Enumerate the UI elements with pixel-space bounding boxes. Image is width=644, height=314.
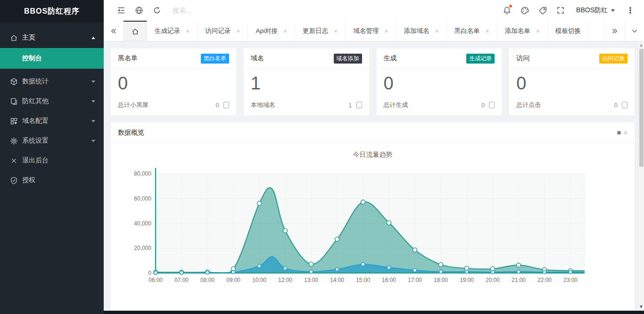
search-input[interactable] bbox=[173, 7, 305, 14]
user-menu[interactable]: BBOS防红 bbox=[570, 0, 621, 21]
tab-close-icon[interactable]: × bbox=[283, 28, 287, 34]
close-icon bbox=[9, 156, 18, 165]
tab-home[interactable] bbox=[124, 21, 147, 41]
carousel-dot-active[interactable] bbox=[617, 131, 621, 135]
stat-card-title: 生成 bbox=[384, 54, 397, 63]
stat-card-footer-value: 0 bbox=[481, 102, 485, 109]
sidebar-item-antired-other[interactable]: 防红其他 bbox=[0, 91, 104, 111]
stat-card: 黑名单黑白名单0总计小黑屋0 bbox=[111, 48, 236, 115]
sidebar-item-console[interactable]: 控制台 bbox=[0, 48, 104, 69]
stat-card-value: 0 bbox=[111, 69, 236, 94]
tabs-scroll-left-button[interactable] bbox=[104, 21, 124, 41]
tab[interactable]: 生成记录× bbox=[147, 21, 198, 41]
square-outline-icon bbox=[489, 102, 495, 108]
stat-card-value: 0 bbox=[509, 69, 635, 94]
stat-card-badge[interactable]: 生成记录 bbox=[466, 54, 495, 64]
sidebar-item-label: 控制台 bbox=[22, 54, 42, 63]
sidebar-item-system-settings[interactable]: 系统设置 bbox=[0, 131, 104, 151]
shield-check-icon bbox=[9, 176, 18, 185]
scrollbar-up-arrow[interactable] bbox=[640, 44, 643, 47]
tab-close-icon[interactable]: × bbox=[186, 28, 190, 34]
scrollbar-thumb[interactable] bbox=[639, 49, 644, 167]
sidebar-item-data-stats[interactable]: 数据统计 bbox=[0, 72, 104, 91]
caret-down-icon bbox=[611, 9, 615, 12]
x-axis-tick-label: 08:00 bbox=[200, 277, 215, 283]
x-axis-tick-label: 20:00 bbox=[486, 277, 500, 283]
tab[interactable]: 更新日志× bbox=[295, 21, 346, 41]
tabs-menu-button[interactable] bbox=[624, 21, 644, 41]
tab-label: 访问记录 bbox=[205, 27, 231, 35]
globe-icon[interactable] bbox=[130, 0, 148, 21]
sidebar-item-label: 退出后台 bbox=[22, 156, 49, 165]
tab-close-icon[interactable]: × bbox=[236, 28, 240, 34]
y-axis-tick-label: 0 bbox=[148, 270, 151, 276]
tab-close-icon[interactable]: × bbox=[486, 28, 489, 34]
stat-card-value: 0 bbox=[377, 69, 502, 94]
y-axis-tick-label: 60,000 bbox=[134, 195, 151, 202]
tab[interactable]: 添加名单× bbox=[497, 21, 548, 41]
tab-close-icon[interactable]: × bbox=[536, 28, 540, 34]
sidebar-item-domain-config[interactable]: 域名配置 bbox=[0, 111, 104, 131]
content-area: 黑名单黑白名单0总计小黑屋0域名域名添加1本地域名1生成生成记录0总计生成0访问… bbox=[104, 41, 644, 314]
x-axis-tick-label: 10:00 bbox=[252, 277, 266, 283]
stat-card-footer: 总计小黑屋0 bbox=[111, 101, 236, 115]
tab[interactable]: 添加域名× bbox=[396, 21, 446, 41]
x-axis-tick-label: 12:00 bbox=[278, 277, 292, 283]
stat-card-title: 域名 bbox=[251, 54, 264, 63]
tab[interactable]: Api对接× bbox=[248, 21, 295, 41]
stat-card-value: 1 bbox=[244, 69, 369, 94]
topbar-right: BBOS防红 bbox=[498, 0, 639, 21]
carousel-dot[interactable] bbox=[624, 131, 627, 135]
y-axis-tick-label: 40,000 bbox=[134, 220, 151, 227]
stat-card-title: 黑名单 bbox=[118, 54, 138, 63]
tab-label: 模板切换 bbox=[555, 27, 581, 35]
vertical-scrollbar[interactable] bbox=[639, 41, 644, 311]
stat-card-badge[interactable]: 访问记录 bbox=[599, 54, 627, 64]
stat-card-footer-label: 总计小黑屋 bbox=[118, 101, 149, 109]
notifications-bell-icon[interactable] bbox=[498, 0, 516, 21]
refresh-icon[interactable] bbox=[148, 0, 166, 21]
y-axis-tick-label: 20,000 bbox=[134, 245, 151, 251]
scrollbar-down-arrow[interactable] bbox=[640, 306, 643, 308]
app-title: BBOS防红程序 bbox=[0, 0, 104, 23]
sidebar-item-label: 域名配置 bbox=[22, 117, 49, 125]
tab-label: 生成记录 bbox=[155, 27, 180, 35]
x-axis-tick-label: 09:00 bbox=[226, 277, 240, 283]
tab-close-icon[interactable]: × bbox=[334, 28, 338, 34]
sidebar-item-logout[interactable]: 退出后台 bbox=[0, 151, 104, 170]
collapse-sidebar-button[interactable] bbox=[112, 0, 130, 21]
tab[interactable]: 域名管理× bbox=[346, 21, 396, 41]
sidebar-item-label: 防红其他 bbox=[22, 97, 49, 105]
tab-close-icon[interactable]: × bbox=[384, 28, 388, 34]
x-axis-tick-label: 16:00 bbox=[382, 277, 396, 283]
sidebar: BBOS防红程序 主页 控制台 数据统计 bbox=[0, 0, 104, 314]
tabs-scroll-right-button[interactable] bbox=[604, 21, 624, 41]
more-options-kebab-icon[interactable] bbox=[621, 0, 639, 21]
tab[interactable]: 访问记录× bbox=[198, 21, 248, 41]
x-axis-tick-label: 07:00 bbox=[174, 277, 189, 283]
fullscreen-icon[interactable] bbox=[552, 0, 570, 21]
theme-palette-icon[interactable] bbox=[516, 0, 534, 21]
sidebar-item-home[interactable]: 主页 bbox=[0, 27, 104, 48]
traffic-area-chart: 80,00060,00040,00020,000006:0007:0008:00… bbox=[111, 161, 634, 287]
caret-down-icon bbox=[91, 81, 95, 83]
tab-label: 更新日志 bbox=[303, 27, 328, 35]
tag-icon[interactable] bbox=[534, 0, 552, 21]
stat-card-badge[interactable]: 黑白名单 bbox=[201, 54, 229, 64]
panel-title: 数据概览 bbox=[118, 129, 144, 137]
tab-close-icon[interactable]: × bbox=[435, 28, 438, 34]
notification-dot bbox=[509, 4, 512, 8]
tab[interactable]: 黑白名单× bbox=[447, 21, 497, 41]
data-overview-panel: 数据概览 今日流量趋势 80,00060,00040,00020,000006:… bbox=[111, 122, 635, 313]
tabs-list: 生成记录×访问记录×Api对接×更新日志×域名管理×添加域名×黑白名单×添加名单… bbox=[147, 21, 604, 41]
x-axis-tick-label: 22:00 bbox=[537, 277, 552, 283]
stat-card-footer-label: 总计点击 bbox=[516, 101, 541, 109]
footer-bar bbox=[104, 311, 644, 314]
tab[interactable]: 模板切换 bbox=[548, 21, 589, 41]
stat-card-badge[interactable]: 域名添加 bbox=[334, 54, 362, 64]
stat-card: 生成生成记录0总计生成0 bbox=[377, 48, 502, 115]
stat-card-footer-label: 总计生成 bbox=[384, 101, 408, 109]
x-axis-tick-label: 15:00 bbox=[356, 277, 370, 283]
sidebar-item-authorization[interactable]: 授权 bbox=[0, 170, 104, 190]
x-axis-tick-label: 19:00 bbox=[460, 277, 474, 283]
